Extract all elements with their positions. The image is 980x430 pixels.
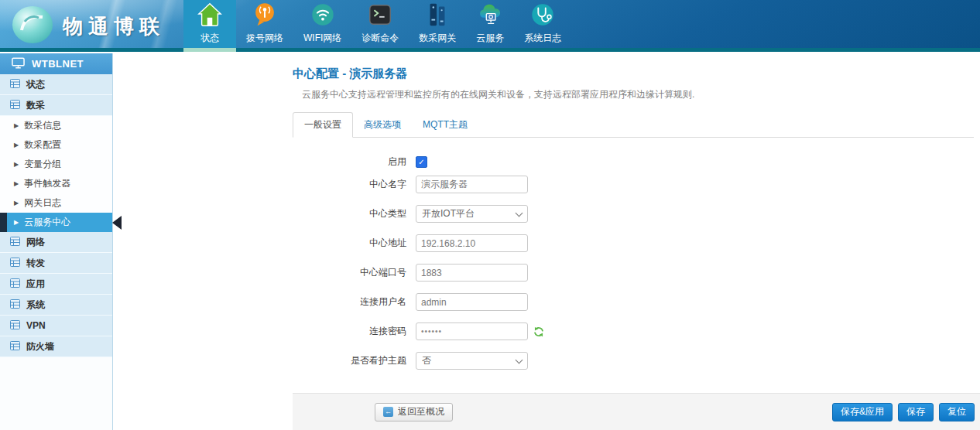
nav-label: 状态 (200, 32, 219, 45)
selected-pointer-icon (112, 216, 122, 230)
top-nav: 状态 拨号网络 (183, 0, 571, 48)
page-description: 云服务中心支持远程管理和监控所有的在线网关和设备，支持远程部署应用程序和边缘计算… (302, 88, 980, 101)
form-row-center-port: 中心端口号 (293, 264, 980, 282)
sidebar-item-firewall[interactable]: 防火墙 (0, 336, 112, 357)
tab-advanced-options[interactable]: 高级选项 (353, 113, 412, 137)
sidebar-subitem-event-trigger[interactable]: ▶ 事件触发器 (0, 174, 112, 193)
brand-logo: 物通博联 (11, 5, 165, 48)
center-port-label: 中心端口号 (293, 266, 406, 279)
tab-general-settings[interactable]: 一般设置 (293, 112, 353, 138)
password-label: 连接密码 (293, 325, 406, 338)
nav-item-wifi-network[interactable]: WIFI网络 (293, 0, 351, 48)
sidebar-subitem-gateway-log[interactable]: ▶ 网关日志 (0, 193, 112, 213)
sidebar-item-label: 转发 (26, 257, 45, 270)
username-label: 连接用户名 (293, 295, 406, 309)
refresh-icon[interactable] (533, 326, 544, 337)
sidebar-item-label: VPN (26, 320, 46, 331)
chevron-down-icon (516, 209, 523, 217)
grid-icon (10, 100, 20, 111)
nav-item-cloud-service[interactable]: 云服务 (466, 0, 514, 48)
top-header: 物通博联 状态 (0, 0, 980, 52)
left-arrow-icon: ← (383, 407, 393, 417)
nav-item-data-gateway[interactable]: 数采网关 (409, 0, 466, 48)
triangle-icon: ▶ (14, 162, 19, 168)
sidebar: WTBLNET 状态 数采 ▶ 数采信息 ▶ 数采配置 ▶ 变量分组 ▶ (0, 53, 113, 430)
form-row-password: 连接密码 (293, 322, 980, 340)
sidebar-subitem-data-info[interactable]: ▶ 数采信息 (0, 116, 112, 135)
sidebar-subitem-label: 数采配置 (24, 138, 61, 152)
footer-action-bar: ← 返回至概况 保存&应用 保存 复位 (293, 393, 980, 430)
sidebar-title: WTBLNET (32, 58, 84, 70)
active-nav-underline (183, 48, 236, 52)
sidebar-subitem-label: 数采信息 (24, 119, 61, 132)
username-input[interactable] (416, 293, 528, 311)
center-name-input[interactable] (416, 176, 528, 193)
sidebar-item-forward[interactable]: 转发 (0, 253, 112, 274)
sidebar-subitem-cloud-service-center[interactable]: ▶ 云服务中心 (0, 213, 112, 232)
sidebar-item-status[interactable]: 状态 (0, 74, 112, 95)
sidebar-subitem-data-config[interactable]: ▶ 数采配置 (0, 135, 112, 155)
center-port-input[interactable] (416, 264, 528, 282)
main-content: 中心配置 - 演示服务器 云服务中心支持远程管理和监控所有的在线网关和设备，支持… (293, 52, 980, 430)
center-name-label: 中心名字 (293, 178, 406, 191)
nav-label: 诊断命令 (362, 32, 399, 45)
check-icon: ✓ (418, 158, 424, 166)
center-type-label: 中心类型 (293, 207, 406, 220)
nav-item-status[interactable]: 状态 (183, 0, 236, 48)
grid-icon (10, 320, 20, 332)
sidebar-item-system[interactable]: 系统 (0, 295, 112, 316)
sidebar-subitem-variable-group[interactable]: ▶ 变量分组 (0, 155, 112, 174)
nav-label: 云服务 (476, 32, 504, 45)
back-to-overview-label: 返回至概况 (398, 405, 444, 418)
form-row-center-type: 中心类型 开放IOT平台 (293, 205, 980, 223)
nav-item-system-log[interactable]: 系统日志 (514, 0, 571, 48)
sidebar-item-vpn[interactable]: VPN (0, 316, 112, 336)
triangle-icon: ▶ (14, 142, 19, 148)
nav-label: WIFI网络 (303, 32, 341, 45)
triangle-icon: ▶ (14, 220, 19, 226)
center-type-select[interactable]: 开放IOT平台 (416, 205, 528, 223)
sidebar-subitem-label: 事件触发器 (24, 177, 70, 190)
sidebar-header: WTBLNET (0, 53, 112, 74)
sidebar-item-network[interactable]: 网络 (0, 232, 112, 253)
form-row-guard-topic: 是否看护主题 否 (293, 352, 980, 370)
grid-icon (10, 237, 20, 248)
enable-label: 启用 (293, 155, 406, 169)
sidebar-item-data-collection[interactable]: 数采 (0, 95, 112, 116)
center-type-value: 开放IOT平台 (422, 207, 475, 220)
tab-mqtt-topics[interactable]: MQTT主题 (412, 113, 478, 137)
grid-icon (10, 79, 20, 90)
sidebar-subitem-label: 变量分组 (24, 158, 61, 171)
form-row-enable: 启用 ✓ (293, 154, 980, 169)
password-input[interactable] (416, 322, 528, 340)
form-row-username: 连接用户名 (293, 293, 980, 311)
nav-item-diagnostic-command[interactable]: 诊断命令 (351, 0, 409, 48)
triangle-icon: ▶ (14, 181, 19, 187)
sidebar-item-application[interactable]: 应用 (0, 274, 112, 295)
grid-icon (10, 278, 20, 290)
guard-topic-select[interactable]: 否 (416, 352, 528, 370)
back-to-overview-button[interactable]: ← 返回至概况 (375, 403, 453, 421)
monitor-icon (12, 57, 25, 71)
cloud-icon (477, 0, 503, 29)
stethoscope-icon (529, 0, 556, 29)
tab-bar: 一般设置 高级选项 MQTT主题 (293, 112, 974, 138)
sidebar-filler (0, 357, 112, 430)
broadcast-icon (252, 0, 278, 29)
brand-name: 物通博联 (63, 13, 165, 40)
center-address-input[interactable] (416, 234, 528, 252)
nav-item-dialup-network[interactable]: 拨号网络 (236, 0, 293, 48)
center-address-label: 中心地址 (293, 237, 406, 250)
brand-logo-icon (11, 5, 54, 48)
sidebar-item-label: 数采 (26, 99, 45, 112)
guard-topic-label: 是否看护主题 (293, 354, 406, 367)
enable-checkbox[interactable]: ✓ (416, 156, 427, 168)
save-and-apply-button[interactable]: 保存&应用 (832, 403, 893, 421)
reset-button[interactable]: 复位 (939, 403, 975, 421)
sidebar-item-label: 状态 (26, 78, 45, 91)
header-bottom-strip (0, 48, 980, 52)
save-button[interactable]: 保存 (898, 403, 934, 421)
grid-icon (10, 341, 20, 353)
gateway-icon (424, 0, 451, 29)
form-row-center-name: 中心名字 (293, 176, 980, 193)
